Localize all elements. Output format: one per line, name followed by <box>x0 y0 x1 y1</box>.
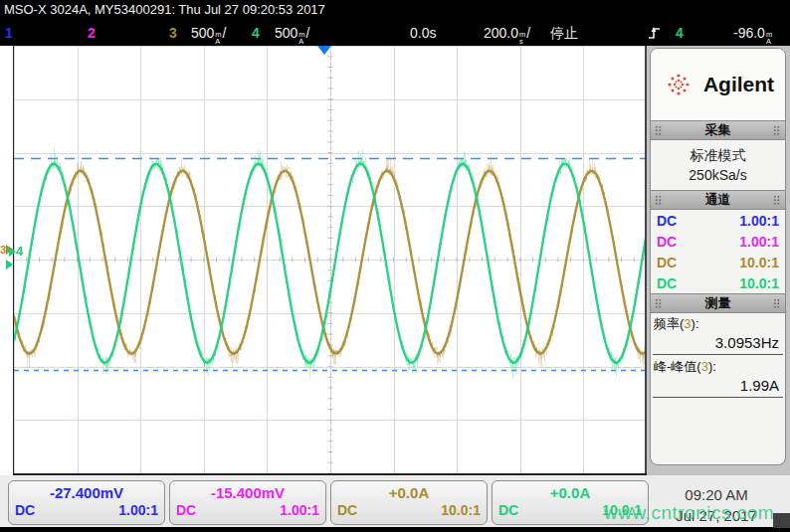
corner-block <box>773 513 790 528</box>
status-bar: 1 2 3 500mA/ 4 500mA/ 0.0s 200.0ms/ 停止 4… <box>0 20 790 46</box>
watermark: www.cntronics.com <box>604 502 774 524</box>
model-serial-datetime: MSO-X 3024A, MY53400291: Thu Jul 27 09:2… <box>4 2 325 17</box>
channel-4-button[interactable]: 4 <box>252 20 260 46</box>
channels-panel-header[interactable]: 通道 <box>651 190 785 210</box>
channel-1-status-box[interactable]: -27.400mV DC1.00:1 <box>8 480 165 525</box>
channel-3-button[interactable]: 3 <box>169 20 177 46</box>
ch1-probe-ratio: 1.00:1 <box>739 213 779 229</box>
channels-panel-title: 通道 <box>705 191 731 209</box>
ch4-reference-arrow-icon <box>6 260 13 269</box>
divider <box>653 397 783 398</box>
measurement-frequency: 频率(3): 3.0953Hz <box>651 313 785 355</box>
trigger-level-unit: mA <box>766 31 772 45</box>
horizontal-delay-readout[interactable]: 0.0s <box>410 20 436 46</box>
measurement-frequency-value: 3.0953Hz <box>651 333 785 353</box>
ch1-coupling: DC <box>657 213 677 229</box>
channel-3-status-box[interactable]: +0.0A DC10.0:1 <box>330 480 488 525</box>
ch3-coupling: DC <box>657 255 677 270</box>
measurement-peak-to-peak: 峰-峰值(3): 1.99A <box>651 356 785 398</box>
channel-4-scale[interactable]: 500mA/ <box>275 20 310 46</box>
channel-4-scale-suffix: / <box>306 25 310 41</box>
ch2-coupling-label: DC <box>176 502 196 518</box>
channel-3-scale-suffix: / <box>223 25 227 41</box>
ch4-ground-label: 4 <box>16 244 23 259</box>
brand-block: Agilent <box>651 49 785 120</box>
channel-1-button[interactable]: 1 <box>5 20 13 46</box>
trigger-position-marker[interactable] <box>317 46 331 55</box>
ch1-coupling-label: DC <box>15 502 35 518</box>
title-bar: MSO-X 3024A, MY53400291: Thu Jul 27 09:2… <box>0 0 790 20</box>
timebase-readout[interactable]: 200.0ms/ <box>484 20 530 46</box>
ch4-probe-ratio: 10.0:1 <box>739 275 779 291</box>
ch1-ratio-label: 1.00:1 <box>118 502 158 518</box>
divider <box>653 354 783 355</box>
ch3-ratio-label: 10.0:1 <box>441 502 481 518</box>
sample-rate: 250kSa/s <box>651 165 785 185</box>
ch4-coupling-label: DC <box>498 502 518 518</box>
ch3-probe-ratio: 10.0:1 <box>739 255 779 270</box>
trigger-edge-icon <box>648 25 661 41</box>
ch2-offset-value: -15.400mV <box>170 484 325 501</box>
channel-2-info-row[interactable]: DC 1.00:1 <box>651 231 785 252</box>
run-state-indicator[interactable]: 停止 <box>550 20 578 46</box>
ch4-offset-value: +0.0A <box>493 484 648 501</box>
timebase-suffix: / <box>526 25 530 41</box>
ch1-offset-value: -27.400mV <box>9 484 164 501</box>
info-panel: Agilent 采集 标准模式 250kSa/s 通道 DC 1.00:1 <box>650 48 786 465</box>
acquisition-panel-header[interactable]: 采集 <box>651 120 785 140</box>
channel-2-status-box[interactable]: -15.400mV DC1.00:1 <box>169 480 326 525</box>
ch3-coupling-label: DC <box>337 502 357 518</box>
trigger-level-readout[interactable]: -96.0mA <box>733 20 773 46</box>
acquisition-info: 标准模式 250kSa/s <box>651 140 785 190</box>
channel-2-button[interactable]: 2 <box>88 20 96 46</box>
trigger-level-value: -96.0 <box>733 25 765 41</box>
channel-1-info-row[interactable]: DC 1.00:1 <box>651 210 785 231</box>
grip-icon <box>655 195 663 206</box>
trigger-source-readout[interactable]: 4 <box>676 20 684 46</box>
channel-3-scale-value: 500 <box>191 25 214 41</box>
grip-icon <box>773 195 781 206</box>
grip-icon <box>655 298 663 309</box>
measurement-frequency-label: 频率(3): <box>651 313 785 333</box>
acquisition-panel-title: 采集 <box>705 121 731 139</box>
timebase-value: 200.0 <box>484 25 518 41</box>
ch3-offset-value: +0.0A <box>331 484 487 501</box>
acquisition-mode: 标准模式 <box>651 145 785 165</box>
channel-3-scale[interactable]: 500mA/ <box>191 20 227 46</box>
agilent-logo-icon <box>662 68 695 101</box>
bottom-border <box>0 527 790 532</box>
ch4-reference-marker[interactable] <box>6 260 13 270</box>
timebase-unit: ms <box>519 31 525 45</box>
channel-4-info-row[interactable]: DC 10.0:1 <box>651 272 785 293</box>
oscilloscope-screen: MSO-X 3024A, MY53400291: Thu Jul 27 09:2… <box>0 0 790 532</box>
waveform-display[interactable] <box>14 46 647 473</box>
brand-name: Agilent <box>703 73 774 96</box>
measurement-peak-to-peak-value: 1.99A <box>651 376 785 396</box>
sidebar: Agilent 采集 标准模式 250kSa/s 通道 DC 1.00:1 <box>647 46 790 475</box>
measurement-peak-to-peak-label: 峰-峰值(3): <box>651 356 785 376</box>
ch2-coupling: DC <box>657 234 677 250</box>
channel-4-scale-value: 500 <box>275 25 297 41</box>
ch4-coupling: DC <box>657 275 677 291</box>
channel-3-info-row[interactable]: DC 10.0:1 <box>651 252 785 272</box>
channel-4-scale-unit: mA <box>298 31 304 45</box>
ch4-ground-marker[interactable]: 4 <box>9 246 23 257</box>
grip-icon <box>655 125 663 136</box>
measure-panel-header[interactable]: 测量 <box>651 293 785 313</box>
ch2-probe-ratio: 1.00:1 <box>739 234 779 250</box>
ch4-ground-arrow-icon <box>9 247 16 257</box>
ch2-ratio-label: 1.00:1 <box>280 502 319 518</box>
grip-icon <box>773 125 781 136</box>
grip-icon <box>773 298 781 309</box>
measure-panel-title: 测量 <box>705 294 731 312</box>
channel-3-scale-unit: mA <box>215 31 221 45</box>
